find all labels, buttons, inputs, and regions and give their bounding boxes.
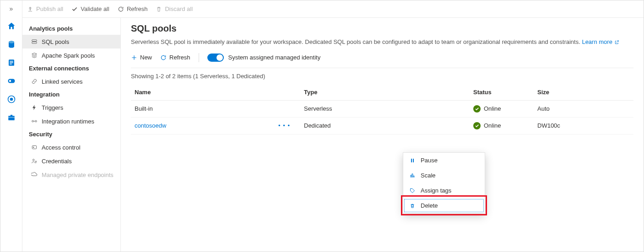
- toggle-label: System assigned managed identity: [228, 54, 321, 61]
- pool-type: Serverless: [304, 105, 332, 112]
- action-bar: New Refresh System assigned managed iden…: [131, 53, 633, 68]
- trigger-icon: [31, 104, 38, 111]
- sidebar-item-triggers[interactable]: Triggers: [22, 101, 120, 114]
- table-row[interactable]: contosoedw • • • Dedicated Online DW100c: [131, 117, 633, 134]
- sidebar-item-label: Credentials: [42, 158, 72, 165]
- sidebar-item-label: Linked services: [42, 78, 83, 85]
- sidebar-item-access-control[interactable]: Access control: [22, 140, 120, 154]
- discard-label: Discard all: [165, 5, 193, 12]
- refresh-button[interactable]: Refresh: [118, 5, 148, 12]
- table-row[interactable]: Built-in Serverless Online Auto: [131, 100, 633, 117]
- management-sidebar: Analytics pools SQL pools Apache Spark p…: [22, 18, 121, 252]
- col-name[interactable]: Name: [131, 84, 300, 101]
- svg-rect-21: [411, 159, 412, 162]
- access-icon: [31, 144, 38, 151]
- sql-pools-table: Name Type Status Size Built-in Serverles…: [131, 84, 633, 134]
- refresh-list-button[interactable]: Refresh: [160, 54, 190, 61]
- sql-pool-icon: [31, 38, 38, 45]
- top-toolbar: Publish all Validate all Refresh Discard…: [22, 0, 644, 18]
- scale-icon: [409, 173, 416, 178]
- svg-rect-12: [28, 11, 32, 11]
- menu-label: Delete: [421, 202, 438, 209]
- sidebar-item-sql-pools[interactable]: SQL pools: [22, 35, 120, 48]
- status-ok-icon: [473, 122, 481, 129]
- svg-point-8: [10, 98, 13, 101]
- svg-rect-17: [32, 146, 36, 149]
- status-ok-icon: [473, 105, 481, 113]
- monitor-icon[interactable]: [6, 94, 17, 105]
- menu-label: Pause: [421, 157, 438, 164]
- refresh-label: Refresh: [127, 5, 148, 12]
- svg-rect-4: [10, 64, 12, 64]
- row-context-menu: Pause Scale Assign tags Delete: [403, 152, 485, 214]
- mpe-icon: [31, 171, 38, 178]
- publish-label: Publish all: [36, 5, 63, 12]
- menu-label: Assign tags: [421, 187, 451, 194]
- menu-scale[interactable]: Scale: [403, 168, 485, 183]
- sidebar-item-label: Triggers: [42, 104, 63, 111]
- manage-icon[interactable]: [6, 112, 17, 123]
- pool-name: Built-in: [135, 105, 153, 112]
- svg-point-6: [9, 80, 11, 82]
- svg-rect-9: [8, 116, 15, 120]
- credentials-icon: [31, 157, 38, 165]
- left-icon-rail: »: [0, 0, 22, 252]
- svg-point-18: [33, 147, 34, 148]
- refresh-icon: [160, 54, 167, 61]
- section-integration: Integration: [22, 88, 120, 101]
- sidebar-item-spark-pools[interactable]: Apache Spark pools: [22, 48, 120, 62]
- expand-icon[interactable]: »: [10, 3, 13, 13]
- data-icon[interactable]: [6, 39, 17, 50]
- spark-icon: [31, 52, 38, 59]
- refresh-list-label: Refresh: [169, 54, 190, 61]
- pool-status: Online: [484, 122, 501, 129]
- publish-all-button[interactable]: Publish all: [27, 5, 63, 12]
- sidebar-item-label: Integration runtimes: [42, 118, 94, 125]
- svg-rect-2: [10, 61, 13, 62]
- new-button[interactable]: New: [131, 54, 152, 61]
- svg-rect-14: [32, 42, 37, 44]
- section-analytics: Analytics pools: [22, 22, 120, 35]
- svg-point-16: [35, 120, 37, 122]
- svg-rect-22: [413, 159, 414, 162]
- pool-name-link[interactable]: contosoedw: [135, 122, 166, 129]
- sidebar-item-integration-runtimes[interactable]: Integration runtimes: [22, 114, 120, 128]
- validate-all-button[interactable]: Validate all: [71, 5, 109, 12]
- svg-rect-3: [10, 62, 13, 63]
- pause-icon: [409, 158, 416, 163]
- sidebar-item-label: Apache Spark pools: [42, 52, 95, 59]
- discard-all-button[interactable]: Discard all: [156, 5, 193, 12]
- svg-point-20: [35, 161, 36, 162]
- sidebar-item-label: Managed private endpoints: [42, 172, 114, 178]
- delete-icon: [409, 203, 416, 209]
- sidebar-item-linked-services[interactable]: Linked services: [22, 75, 120, 88]
- pool-status: Online: [484, 105, 501, 112]
- svg-point-19: [33, 159, 35, 161]
- menu-assign-tags[interactable]: Assign tags: [403, 183, 485, 198]
- managed-identity-toggle[interactable]: [207, 54, 224, 62]
- row-more-icon[interactable]: • • •: [275, 122, 294, 129]
- sidebar-item-managed-private-endpoints: Managed private endpoints: [22, 168, 120, 182]
- page-title: SQL pools: [131, 23, 633, 34]
- col-type[interactable]: Type: [300, 84, 470, 101]
- runtime-icon: [31, 118, 38, 125]
- pool-type: Dedicated: [304, 122, 331, 129]
- sidebar-item-label: Access control: [42, 144, 81, 151]
- section-external: External connections: [22, 62, 120, 75]
- pool-size: Auto: [537, 105, 550, 112]
- home-icon[interactable]: [6, 21, 17, 32]
- sidebar-item-credentials[interactable]: Credentials: [22, 154, 120, 168]
- integrate-icon[interactable]: [6, 75, 17, 86]
- develop-icon[interactable]: [6, 57, 17, 68]
- new-label: New: [140, 54, 152, 61]
- linked-icon: [31, 78, 38, 85]
- col-size[interactable]: Size: [534, 84, 633, 101]
- svg-rect-13: [32, 40, 37, 42]
- learn-more-link[interactable]: Learn more: [582, 38, 619, 45]
- validate-label: Validate all: [81, 5, 109, 12]
- menu-pause[interactable]: Pause: [403, 153, 485, 168]
- page-description: Serverless SQL pool is immediately avail…: [131, 38, 633, 47]
- menu-delete[interactable]: Delete: [403, 198, 485, 213]
- col-status[interactable]: Status: [470, 84, 534, 101]
- tag-icon: [409, 188, 416, 193]
